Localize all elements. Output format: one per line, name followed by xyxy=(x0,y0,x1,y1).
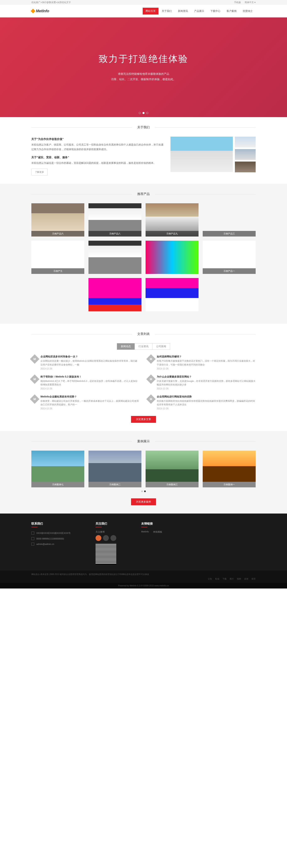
rss-icon[interactable] xyxy=(110,535,116,541)
case-dot[interactable] xyxy=(144,491,146,492)
case-card[interactable]: 示例案例二 xyxy=(89,451,141,487)
product-card[interactable]: 示例产品六 xyxy=(31,203,84,237)
fnav-link[interactable]: 公告 xyxy=(208,578,212,580)
banner-line2: 访客、站长、二次开发、模板制作的体验，都是如此。 xyxy=(111,76,176,82)
footer-contact-title: 联系我们 xyxy=(31,522,71,526)
article-item[interactable]: M如何选择网站关键词？有客户问到每月被搜索若干次数的词才算热门，没有一个肯定的答… xyxy=(148,355,256,370)
article-icon: M xyxy=(30,354,39,364)
tab-industry[interactable]: 行业资讯 xyxy=(134,343,153,350)
banner-dot[interactable] xyxy=(146,112,148,114)
product-card[interactable]: 示例产五 xyxy=(31,241,84,274)
fnav-link[interactable]: 图片 xyxy=(230,578,234,580)
about-main-image xyxy=(170,137,233,172)
lang-select[interactable]: 简体中文 ▾ xyxy=(245,1,256,3)
nav-cases[interactable]: 客户案例 xyxy=(224,8,240,14)
case-card[interactable]: 示例案例一 xyxy=(203,451,256,487)
fnav-link[interactable]: 私域 xyxy=(215,578,219,580)
location-icon xyxy=(31,532,34,534)
about-title: 关于我们 xyxy=(132,125,155,129)
article-icon: M xyxy=(146,394,156,404)
logo-icon xyxy=(31,9,35,13)
case-dots xyxy=(31,491,256,492)
footer-phone: 0000-88888(11100000000) xyxy=(31,536,71,541)
about-p2: 米拓信息认为诚信是一切合作的基础，宽容是解决问题的前提，创新是发展事业的利器，服… xyxy=(31,161,164,165)
footer-email: admin@admin.cn xyxy=(31,541,71,547)
logo[interactable]: MetInfo xyxy=(31,9,49,13)
nav-news[interactable]: 新闻资讯 xyxy=(175,8,191,14)
case-card[interactable]: 示例案例三 xyxy=(146,451,198,487)
case-card[interactable]: 示例案例七 xyxy=(31,451,84,487)
follow-sub: 关注微博 xyxy=(96,530,116,533)
cases-title: 案例展示 xyxy=(132,439,155,443)
fnav-link[interactable]: 招聘 xyxy=(237,578,241,580)
article-item[interactable]: M企业网站应该多长时间备份一次？企业网站的信息量一般比较少，使用MetInfo企… xyxy=(31,355,139,370)
fnav-link[interactable]: 下载 xyxy=(222,578,227,580)
product-card[interactable] xyxy=(146,241,198,274)
nav-about[interactable]: 关于我们 xyxy=(159,8,174,14)
tab-news[interactable]: 新闻动态 xyxy=(117,343,135,350)
banner-title: 致力于打造绝佳体验 xyxy=(99,53,188,65)
weibo-icon[interactable] xyxy=(96,535,101,541)
article-icon: M xyxy=(30,394,39,404)
copyright: Powered by MetInfo 5.2.8 ©2008-2015 www.… xyxy=(0,583,287,589)
about-h2: 关于"诚实、宽容、创新、服务" xyxy=(31,155,164,160)
articles-title: 文章列表 xyxy=(132,332,155,336)
nav-products[interactable]: 产品展示 xyxy=(191,8,207,14)
article-item[interactable]: MMetInfo企业建站系统有何优势？价格便宜：网站建设公司自行开发系统，一般的… xyxy=(31,395,139,410)
mobile-link[interactable]: 手机版 xyxy=(234,1,241,3)
article-icon: M xyxy=(146,354,156,364)
article-item[interactable]: M企业用网站进行网络宣传的优势有价格方面网络宣传比传统纸媒宣传有明显优势传统纸媒… xyxy=(148,395,256,410)
footer-links-title: 友情链接 xyxy=(141,522,162,526)
product-card[interactable] xyxy=(89,278,141,311)
banner-line1: 谁都无法拒绝能够给他带来极致体验的产品 xyxy=(118,71,169,76)
more-cases-button[interactable]: 浏览更多案例 xyxy=(131,498,156,505)
about-p1: 米拓信息认为客户、供应商、公司股东、公司员工等一切和自身有合作关系的单位和个人都… xyxy=(31,143,164,152)
nav-download[interactable]: 下载中心 xyxy=(208,8,223,14)
product-card[interactable] xyxy=(89,241,141,274)
product-card[interactable] xyxy=(146,278,198,311)
mail-icon xyxy=(31,542,34,546)
more-articles-button[interactable]: 浏览更多文章 xyxy=(131,416,156,423)
product-card[interactable]: 示例产品三 xyxy=(203,203,256,237)
article-icon: M xyxy=(146,374,156,384)
footer-address: XXX省XXX区XXX路XXX区XXX号 xyxy=(31,530,71,536)
banner-dots xyxy=(139,112,148,114)
nav-jobs[interactable]: 招贤纳士 xyxy=(240,8,256,14)
qr-code xyxy=(96,544,116,564)
fnav-link[interactable]: 反馈 xyxy=(244,578,248,580)
tencent-icon[interactable] xyxy=(103,535,109,541)
product-card[interactable]: 示例产品一 xyxy=(203,241,256,274)
products-title: 推荐产品 xyxy=(132,192,155,196)
footer-about: 网站后台-基本设置-2008-2013 被列的企业图谱管理系统约为。版理是网站图… xyxy=(31,573,256,576)
main-nav: 网站首页 关于我们 新闻资讯 产品展示 下载中心 客户案例 招贤纳士 xyxy=(143,8,256,14)
tab-company[interactable]: 公司新闻 xyxy=(152,343,170,350)
fnav-link[interactable]: 留言 xyxy=(252,578,256,580)
product-card[interactable]: 示例产品九 xyxy=(146,203,198,237)
article-item[interactable]: M终于等到你！MetInfo 5.3 新版发布！期待MetInfo5.3已久了吧… xyxy=(31,375,139,390)
about-more-button[interactable]: 了解更多 xyxy=(31,168,47,176)
about-thumb[interactable] xyxy=(235,149,256,160)
case-dot[interactable] xyxy=(141,491,143,492)
about-thumb[interactable] xyxy=(235,161,256,173)
friend-link[interactable]: MetInfo xyxy=(141,530,149,533)
about-h1: 关于"为合作伙伴创造价值" xyxy=(31,137,164,142)
banner-dot[interactable] xyxy=(139,112,141,114)
footer-nav: 公告 私域 下载 图片 招聘 反馈 留言 xyxy=(31,578,256,580)
friend-link[interactable]: 米拓模板 xyxy=(153,530,162,533)
phone-icon xyxy=(31,537,34,540)
article-item[interactable]: M为什么企业要建多国语言网站？许多关键字搜索引擎，尤其是Google，在非英语开… xyxy=(148,375,256,390)
banner-dot[interactable] xyxy=(142,112,145,114)
nav-home[interactable]: 网站首页 xyxy=(143,8,158,14)
footer-follow-title: 关注我们 xyxy=(96,522,116,526)
product-card[interactable]: 示例产品八 xyxy=(89,203,141,237)
article-icon: M xyxy=(30,374,39,384)
article-tabs: 新闻动态 行业资讯 公司新闻 xyxy=(31,343,256,350)
hero-banner: 致力于打造绝佳体验 谁都无法拒绝能够给他带来极致体验的产品 访客、站长、二次开发… xyxy=(0,18,287,117)
about-thumb[interactable] xyxy=(235,137,256,148)
seo-text: 优化推广>SEO参数设置>头部优化文字 xyxy=(31,1,71,4)
